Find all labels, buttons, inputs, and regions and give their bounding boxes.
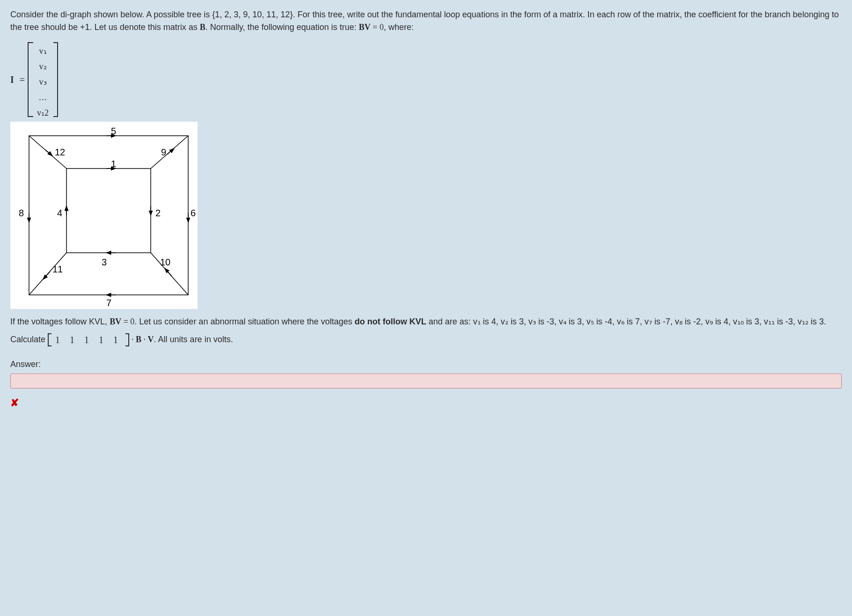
edge-label-2: 2 — [155, 206, 161, 220]
edge-label-5: 5 — [111, 124, 116, 138]
right-bracket — [53, 42, 58, 117]
edge-label-8: 8 — [19, 206, 24, 220]
svg-rect-1 — [66, 169, 151, 253]
problem-paragraph-2: If the voltages follow KVL, BV = 0. Let … — [10, 315, 842, 328]
p2-text-b: . Let us consider an abnormal situation … — [134, 317, 354, 326]
vector-label: I — [10, 73, 14, 87]
intro-text-b: . Normally, the following equation is tr… — [206, 22, 359, 32]
edge-label-12: 12 — [55, 145, 65, 159]
answer-label: Answer: — [10, 358, 842, 371]
vector-definition: I = v₁ v₂ v₃ … v₁2 — [10, 42, 58, 117]
intro-text-a: Consider the di-graph shown below. A pos… — [10, 10, 839, 32]
edge-label-4: 4 — [57, 206, 62, 220]
svg-line-17 — [165, 268, 172, 276]
p2-text-c: and are as: v₁ is 4, v₂ is 3, v₃ is -3, … — [426, 317, 826, 326]
calc-text-a: Calculate — [10, 335, 48, 344]
p2-text-a: If the voltages follow KVL, — [10, 317, 110, 326]
v-sym: V — [148, 335, 154, 344]
vector-entry: v₁2 — [37, 107, 49, 119]
dot-2: · — [141, 335, 148, 344]
edge-label-1: 1 — [111, 157, 116, 171]
bv-symbol-2: BV — [110, 317, 121, 326]
b-sym: B — [136, 335, 141, 344]
edge-label-9: 9 — [161, 145, 166, 159]
edge-label-10: 10 — [160, 255, 170, 269]
row-vector-values: 1 1 1 1 1 — [51, 333, 125, 347]
svg-line-14 — [45, 150, 52, 156]
p2-bold: do not follow KVL — [355, 317, 426, 326]
edge-label-6: 6 — [191, 206, 196, 220]
dot-1: · — [132, 335, 136, 344]
matrix-b-symbol: B — [200, 22, 206, 32]
equals-sign: = — [20, 73, 25, 87]
answer-input[interactable] — [10, 374, 842, 389]
calc-text-b: . All units are in volts. — [154, 335, 233, 344]
eq-zero-2: = 0 — [121, 317, 134, 326]
edge-label-11: 11 — [52, 262, 63, 276]
problem-paragraph-1: Consider the di-graph shown below. A pos… — [10, 8, 842, 34]
vector-entry: … — [39, 91, 47, 104]
vector-entry: v₂ — [39, 60, 47, 73]
edge-label-7: 7 — [106, 296, 111, 310]
digraph-figure: 5 1 12 9 8 4 2 6 3 10 11 7 — [10, 122, 198, 309]
eq-zero: = 0 — [371, 22, 384, 32]
left-bracket — [28, 42, 32, 117]
intro-text-c: , where: — [384, 22, 414, 32]
bv-symbol: BV — [359, 22, 371, 32]
row-vector: 1 1 1 1 1 — [48, 333, 129, 347]
vector-entry: v₃ — [39, 76, 47, 88]
edge-label-3: 3 — [102, 255, 107, 269]
calculate-line: Calculate 1 1 1 1 1 · B · V. All units a… — [10, 333, 842, 347]
vector-entry: v₁ — [39, 45, 47, 58]
answer-block: Answer: — [10, 358, 842, 389]
incorrect-icon: ✘ — [10, 395, 842, 411]
svg-line-16 — [43, 271, 50, 279]
svg-line-15 — [167, 148, 174, 154]
vector-entries: v₁ v₂ v₃ … v₁2 — [32, 42, 53, 117]
